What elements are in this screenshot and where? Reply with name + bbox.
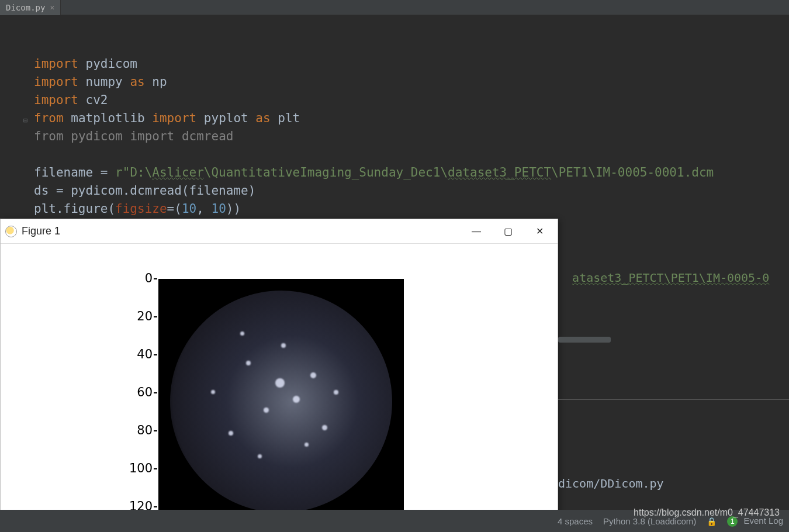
close-tab-icon[interactable]: ✕ xyxy=(50,3,54,12)
figure-titlebar[interactable]: Figure 1 — ▢ ✕ xyxy=(1,219,558,244)
code-token: plt.figure( xyxy=(34,202,115,216)
plot-area: 0 20 40 60 80 100 120 xyxy=(117,279,410,532)
maximize-button[interactable]: ▢ xyxy=(494,220,521,243)
code-token: matplotlib xyxy=(71,111,144,125)
status-interpreter[interactable]: Python 3.8 (Loaddicom) xyxy=(603,516,696,526)
code-token: plt xyxy=(278,111,300,125)
code-token: , xyxy=(196,202,211,216)
code-token: 10 xyxy=(182,202,196,216)
code-token: import xyxy=(34,75,78,89)
figure-title: Figure 1 xyxy=(22,225,458,237)
code-token: pydicom xyxy=(86,57,138,71)
y-tick-label: 0 xyxy=(112,271,153,285)
code-token: dcmread xyxy=(182,129,234,143)
y-tick-label: 80 xyxy=(112,423,153,437)
code-token: Aslicer xyxy=(152,165,204,179)
code-token: 10 xyxy=(211,202,226,216)
side-panel: ataset3_PETCT\PET1\IM-0005-0 ⚙ — dicom/D… xyxy=(558,246,789,510)
code-token: from xyxy=(34,129,64,143)
figure-window: Figure 1 — ▢ ✕ 0 20 40 60 80 100 120 xyxy=(0,219,558,532)
code-token: \QuantitativeImaging_Sunday_Dec1\ xyxy=(204,165,448,179)
code-token: from xyxy=(34,111,64,125)
code-token: =( xyxy=(167,202,182,216)
code-token: )) xyxy=(226,202,241,216)
code-token: numpy xyxy=(86,75,123,89)
code-token: import xyxy=(34,93,78,107)
y-tick-label: 40 xyxy=(112,347,153,361)
run-path: dicom/DDicom.py xyxy=(558,475,789,492)
figure-app-icon xyxy=(5,226,17,237)
code-token: as xyxy=(130,75,144,89)
file-tab[interactable]: Dicom.py ✕ xyxy=(0,0,61,15)
code-token: ds = pydicom.dcmread(filename) xyxy=(34,184,255,198)
code-token: import xyxy=(34,57,78,71)
fold-icon[interactable]: ⊟ xyxy=(23,112,27,130)
scrollbar-thumb[interactable] xyxy=(558,337,611,343)
code-token: dataset3_PETCT xyxy=(448,165,551,179)
code-fragment: ataset3_PETCT\PET1\IM-0005-0 xyxy=(572,271,769,285)
code-token: np xyxy=(152,75,167,89)
code-token: "D:\ xyxy=(123,165,153,179)
plot-image xyxy=(158,279,404,524)
minimize-button[interactable]: — xyxy=(463,220,490,243)
code-token: filename = xyxy=(34,165,115,179)
code-token: pyplot xyxy=(204,111,248,125)
close-button[interactable]: ✕ xyxy=(526,220,553,243)
y-tick-label: 60 xyxy=(112,385,153,399)
code-token: r xyxy=(115,165,123,179)
code-token: figsize xyxy=(115,202,167,216)
editor-tab-bar: Dicom.py ✕ xyxy=(0,0,789,15)
y-tick-label: 20 xyxy=(112,309,153,323)
event-log-button[interactable]: 1 Event Log xyxy=(727,516,783,527)
file-tab-label: Dicom.py xyxy=(6,3,45,12)
y-tick-label: 100 xyxy=(112,461,153,475)
event-log-label: Event Log xyxy=(743,516,783,526)
code-token: \PET1\IM-0005-0001.dcm xyxy=(551,165,714,179)
status-indent[interactable]: 4 spaces xyxy=(558,516,593,526)
event-count-badge: 1 xyxy=(727,516,738,527)
lock-icon[interactable] xyxy=(707,516,717,526)
code-token: import xyxy=(130,129,174,143)
panel-divider xyxy=(558,389,789,400)
status-bar: 4 spaces Python 3.8 (Loaddicom) 1 Event … xyxy=(0,510,789,532)
code-token: import xyxy=(152,111,196,125)
code-token: cv2 xyxy=(86,93,108,107)
code-token: as xyxy=(255,111,270,125)
code-token: pydicom xyxy=(71,129,123,143)
